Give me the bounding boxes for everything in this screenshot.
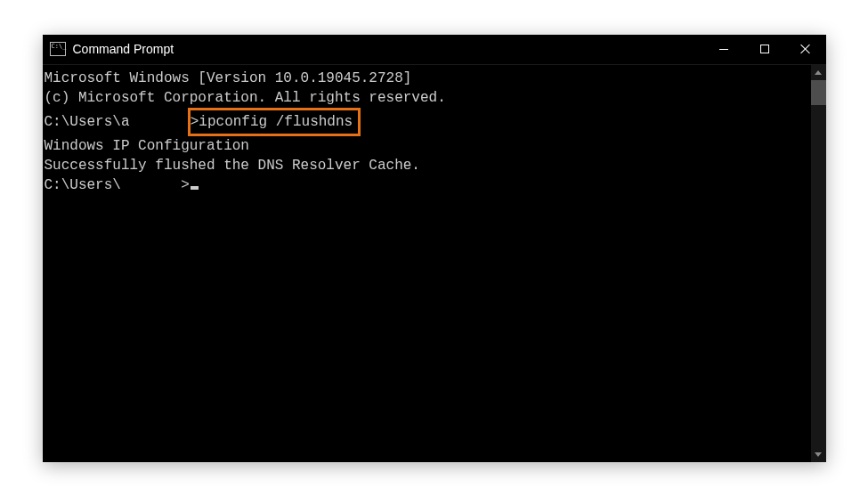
scroll-track[interactable] <box>811 80 826 447</box>
banner-line-1: Microsoft Windows [Version 10.0.19045.27… <box>45 69 809 88</box>
close-button[interactable] <box>785 35 826 64</box>
vertical-scrollbar[interactable] <box>811 65 826 462</box>
command-prompt-window: Command Prompt Microsoft Windows [Versio… <box>43 35 826 462</box>
command-highlight: >ipconfig /flushdns <box>188 108 361 136</box>
prompt-path: C:\Users\ <box>45 177 121 193</box>
prompt-path: C:\Users\a <box>45 114 130 130</box>
minimize-button[interactable] <box>703 35 744 64</box>
terminal-output[interactable]: Microsoft Windows [Version 10.0.19045.27… <box>43 65 811 462</box>
cursor <box>191 186 199 190</box>
scroll-down-arrow[interactable] <box>811 447 826 462</box>
prompt-separator: > <box>191 114 199 130</box>
prompt-line-1: C:\Users\a >ipconfig /flushdns <box>45 108 809 136</box>
scroll-up-arrow[interactable] <box>811 65 826 80</box>
output-result: Successfully flushed the DNS Resolver Ca… <box>45 156 809 175</box>
prompt-line-2: C:\Users\ > <box>45 175 809 195</box>
window-controls <box>703 35 826 64</box>
window-title: Command Prompt <box>73 42 703 56</box>
cmd-icon <box>50 42 66 56</box>
banner-line-2: (c) Microsoft Corporation. All rights re… <box>45 88 809 108</box>
content-area: Microsoft Windows [Version 10.0.19045.27… <box>43 65 826 462</box>
scroll-thumb[interactable] <box>811 80 826 105</box>
prompt-separator: > <box>181 177 190 193</box>
output-header: Windows IP Configuration <box>45 136 809 156</box>
entered-command: ipconfig /flushdns <box>199 114 353 130</box>
titlebar[interactable]: Command Prompt <box>43 35 826 65</box>
maximize-button[interactable] <box>744 35 785 64</box>
